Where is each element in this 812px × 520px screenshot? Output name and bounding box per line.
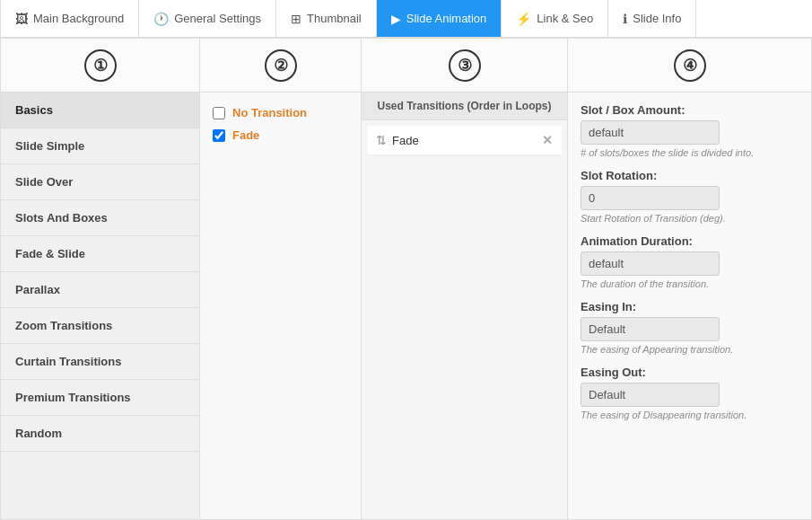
slot-box-amount-hint: # of slots/boxes the slide is divided in…	[581, 147, 799, 158]
content-wrapper: ① ② ③ ④	[1, 39, 811, 519]
step-circle-1: ①	[84, 49, 117, 82]
label-fade[interactable]: Fade	[232, 128, 259, 142]
info-icon: ℹ	[623, 12, 627, 26]
easing-in-label: Easing In:	[581, 300, 799, 313]
step-circle-3: ③	[449, 49, 481, 82]
easing-out-hint: The easing of Disappearing transition.	[581, 410, 799, 420]
sidebar-item-curtain-transitions[interactable]: Curtain Transitions	[1, 344, 199, 380]
tab-slide-info[interactable]: ℹ Slide Info	[608, 0, 696, 37]
tab-main-background[interactable]: 🖼 Main Background	[0, 0, 139, 37]
panel-used-transitions: Used Transitions (Order in Loops) ⇅ Fade…	[362, 93, 568, 519]
step-cell-3: ③	[362, 39, 568, 92]
slot-box-amount-group: Slot / Box Amount: # of slots/boxes the …	[581, 103, 799, 158]
animation-duration-label: Animation Duration:	[581, 234, 799, 248]
slot-box-amount-input[interactable]	[581, 120, 720, 145]
remove-used-transition-button[interactable]: ✕	[542, 133, 553, 147]
transition-item-fade: Fade	[209, 124, 352, 146]
tab-thumbnail[interactable]: ⊞ Thumbnail	[276, 0, 377, 37]
slot-rotation-label: Slot Rotation:	[581, 169, 799, 182]
tab-general-settings-label: General Settings	[174, 12, 261, 25]
animation-duration-hint: The duration of the transition.	[581, 278, 799, 289]
sidebar-item-random[interactable]: Random	[1, 416, 199, 452]
play-icon: ▶	[391, 12, 401, 26]
easing-in-hint: The easing of Appearing transition.	[581, 344, 799, 355]
tab-slide-animation-label: Slide Animation	[406, 12, 487, 25]
grid-icon: ⊞	[291, 12, 301, 26]
slot-rotation-hint: Start Rotation of Transition (deg).	[581, 213, 799, 224]
animation-duration-group: Animation Duration: The duration of the …	[581, 234, 799, 289]
sidebar-item-slide-simple[interactable]: Slide Simple	[1, 128, 199, 164]
step-cell-4: ④	[568, 39, 811, 92]
easing-out-input[interactable]	[581, 383, 720, 407]
panel-settings: Slot / Box Amount: # of slots/boxes the …	[568, 93, 811, 519]
checkbox-no-transition[interactable]	[213, 107, 225, 119]
tab-slide-animation[interactable]: ▶ Slide Animation	[377, 0, 502, 37]
sidebar-item-zoom-transitions[interactable]: Zoom Transitions	[1, 308, 199, 344]
step-circle-4: ④	[674, 49, 706, 82]
transition-item-no-transition: No Transition	[209, 101, 352, 124]
tab-main-background-label: Main Background	[33, 12, 124, 25]
used-transition-fade: ⇅ Fade ✕	[367, 126, 562, 155]
tab-link-seo-label: Link & Seo	[537, 12, 593, 25]
panels-row: Basics Slide Simple Slide Over Slots And…	[1, 93, 811, 519]
slot-rotation-group: Slot Rotation: Start Rotation of Transit…	[581, 169, 799, 224]
panel-sidebar: Basics Slide Simple Slide Over Slots And…	[1, 93, 200, 519]
slot-box-amount-label: Slot / Box Amount:	[581, 103, 799, 117]
sidebar-item-basics[interactable]: Basics	[1, 93, 199, 128]
tab-bar: 🖼 Main Background 🕐 General Settings ⊞ T…	[0, 0, 812, 38]
label-no-transition[interactable]: No Transition	[232, 106, 307, 119]
used-item-label: Fade	[392, 134, 419, 147]
tab-link-seo[interactable]: ⚡ Link & Seo	[502, 0, 608, 37]
used-transitions-header: Used Transitions (Order in Loops)	[362, 93, 567, 120]
checkbox-fade[interactable]	[213, 129, 225, 142]
reorder-arrows[interactable]: ⇅	[376, 133, 387, 147]
tab-general-settings[interactable]: 🕐 General Settings	[139, 0, 276, 37]
sidebar-item-slots-and-boxes[interactable]: Slots And Boxes	[1, 200, 199, 236]
sidebar-item-slide-over[interactable]: Slide Over	[1, 164, 199, 200]
sidebar-item-fade-and-slide[interactable]: Fade & Slide	[1, 236, 199, 272]
easing-out-group: Easing Out: The easing of Disappearing t…	[581, 366, 799, 420]
tab-thumbnail-label: Thumbnail	[307, 12, 362, 25]
animation-duration-input[interactable]	[581, 251, 720, 276]
panel-transitions: No Transition Fade	[200, 93, 362, 519]
easing-in-input[interactable]	[581, 317, 720, 341]
image-icon: 🖼	[15, 12, 28, 26]
easing-out-label: Easing Out:	[581, 366, 799, 379]
sidebar-item-parallax[interactable]: Parallax	[1, 272, 199, 308]
step-cell-1: ①	[1, 39, 200, 92]
slot-rotation-input[interactable]	[581, 186, 720, 210]
sidebar-item-premium-transitions[interactable]: Premium Transitions	[1, 380, 199, 416]
step-cell-2: ②	[200, 39, 362, 92]
steps-header: ① ② ③ ④	[1, 39, 811, 93]
step-circle-2: ②	[265, 49, 297, 82]
used-item-left: ⇅ Fade	[376, 133, 419, 147]
bolt-icon: ⚡	[516, 12, 531, 26]
clock-icon: 🕐	[153, 12, 169, 26]
main-panel: ① ② ③ ④	[0, 38, 812, 520]
tab-slide-info-label: Slide Info	[633, 12, 681, 25]
easing-in-group: Easing In: The easing of Appearing trans…	[581, 300, 799, 355]
